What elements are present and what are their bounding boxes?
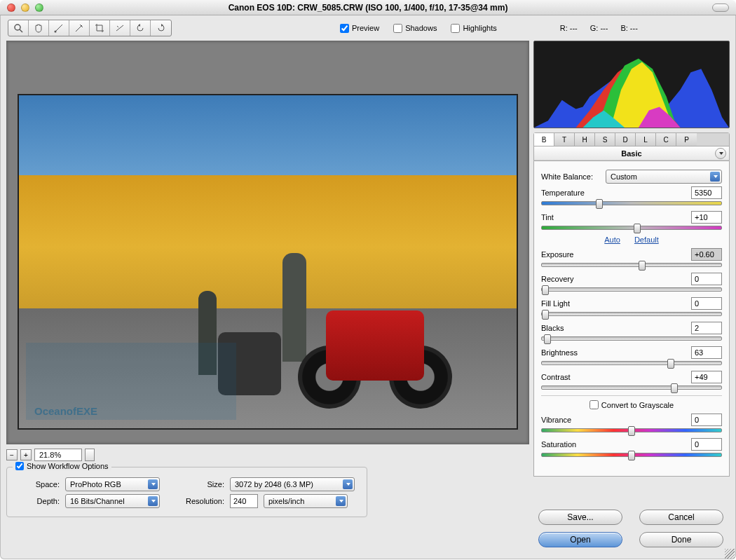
- tab-hsl[interactable]: H: [575, 133, 595, 146]
- brightness-label: Brightness: [541, 348, 578, 357]
- saturation-label: Saturation: [541, 440, 576, 449]
- recovery-slider[interactable]: [541, 287, 722, 292]
- contrast-label: Contrast: [541, 373, 571, 381]
- watermark-text: OceanofEXE: [34, 405, 97, 417]
- temperature-value[interactable]: [691, 186, 722, 199]
- contrast-value[interactable]: [691, 371, 722, 383]
- recovery-value[interactable]: [691, 273, 722, 285]
- highlights-checkbox[interactable]: Highlights: [451, 24, 496, 33]
- preview-checkbox[interactable]: Preview: [340, 24, 379, 33]
- readout-b: B: ---: [620, 24, 637, 32]
- shadows-checkbox-label: Shadows: [405, 24, 437, 32]
- white-balance-select[interactable]: Custom: [606, 170, 722, 184]
- image-preview-panel[interactable]: OceanofEXE: [6, 41, 529, 444]
- size-select[interactable]: 3072 by 2048 (6.3 MP): [230, 477, 355, 491]
- rgb-readout: R: --- G: --- B: ---: [560, 24, 638, 32]
- svg-line-1: [20, 29, 22, 32]
- white-balance-tool-button[interactable]: [49, 20, 69, 36]
- tint-value[interactable]: [691, 211, 722, 224]
- tint-slider[interactable]: [541, 226, 722, 230]
- recovery-label: Recovery: [541, 275, 573, 283]
- auto-link[interactable]: Auto: [604, 235, 620, 244]
- workflow-options-group: Show Workflow Options Space:ProPhoto RGB…: [6, 467, 367, 517]
- fill-light-slider[interactable]: [541, 312, 722, 316]
- tab-split-toning[interactable]: S: [595, 133, 615, 146]
- depth-select[interactable]: 16 Bits/Channel: [65, 494, 160, 508]
- convert-grayscale-checkbox[interactable]: Convert to Grayscale: [541, 400, 722, 409]
- preview-checkbox-label: Preview: [352, 24, 379, 32]
- adjustment-tabs: B T H S D L C P: [534, 133, 729, 146]
- space-select[interactable]: ProPhoto RGB: [65, 477, 160, 491]
- save-button[interactable]: Save...: [538, 510, 622, 525]
- tab-lens[interactable]: L: [636, 133, 656, 146]
- window-titlebar: Canon EOS 10D: CRW_5085.CRW (ISO 100, 1/…: [0, 0, 736, 15]
- zoom-in-button[interactable]: +: [20, 449, 32, 460]
- workflow-options-checkbox[interactable]: [15, 462, 24, 470]
- tab-tone-curve[interactable]: T: [554, 133, 575, 146]
- saturation-slider[interactable]: [541, 453, 722, 457]
- resolution-unit-select[interactable]: pixels/inch: [264, 494, 348, 508]
- default-link[interactable]: Default: [634, 235, 659, 244]
- space-label: Space:: [15, 480, 60, 489]
- highlights-checkbox-label: Highlights: [463, 24, 496, 32]
- fill-light-label: Fill Light: [541, 299, 570, 308]
- zoom-window-button[interactable]: [35, 4, 43, 12]
- svg-point-2: [55, 31, 57, 33]
- brightness-slider[interactable]: [541, 361, 722, 365]
- workflow-options-label: Show Workflow Options: [27, 462, 109, 470]
- done-button[interactable]: Done: [639, 532, 723, 547]
- blacks-value[interactable]: [691, 322, 722, 334]
- panel-title: Basic: [621, 149, 641, 158]
- vibrance-label: Vibrance: [541, 416, 571, 424]
- traffic-lights: [0, 4, 43, 12]
- histogram[interactable]: [533, 41, 730, 128]
- shadows-checkbox[interactable]: Shadows: [393, 24, 437, 33]
- close-window-button[interactable]: [7, 4, 15, 12]
- exposure-slider[interactable]: [541, 263, 722, 267]
- readout-r: R: ---: [560, 24, 578, 32]
- exposure-label: Exposure: [541, 250, 573, 259]
- white-balance-label: White Balance:: [541, 172, 601, 181]
- tab-basic[interactable]: B: [534, 133, 554, 146]
- tab-calibration[interactable]: C: [656, 133, 676, 146]
- readout-g: G: ---: [590, 24, 608, 32]
- size-label: Size:: [174, 480, 224, 489]
- saturation-value[interactable]: [691, 438, 722, 451]
- cancel-button[interactable]: Cancel: [639, 510, 723, 525]
- vibrance-slider[interactable]: [541, 428, 722, 432]
- vibrance-value[interactable]: [691, 414, 722, 426]
- convert-grayscale-label: Convert to Grayscale: [601, 401, 674, 409]
- panel-menu-button[interactable]: [715, 148, 726, 159]
- brightness-value[interactable]: [691, 346, 722, 359]
- tint-label: Tint: [541, 213, 554, 221]
- hand-tool-button[interactable]: [29, 20, 49, 36]
- toolbar-toggle-button[interactable]: [712, 4, 729, 12]
- blacks-slider[interactable]: [541, 336, 722, 341]
- zoom-stepper[interactable]: [85, 449, 95, 461]
- resolution-label: Resolution:: [174, 497, 224, 505]
- contrast-slider[interactable]: [541, 385, 722, 390]
- open-button[interactable]: Open: [538, 532, 622, 547]
- minimize-window-button[interactable]: [21, 4, 29, 12]
- zoom-out-button[interactable]: −: [6, 449, 18, 460]
- color-sampler-tool-button[interactable]: [69, 20, 90, 36]
- resize-grip[interactable]: [725, 549, 735, 559]
- tab-presets[interactable]: P: [676, 133, 697, 146]
- rotate-ccw-button[interactable]: [130, 20, 151, 36]
- straighten-tool-button[interactable]: [110, 20, 130, 36]
- svg-point-0: [15, 25, 20, 30]
- zoom-value-text: 21.8%: [39, 451, 61, 459]
- temperature-slider[interactable]: [541, 201, 722, 205]
- fill-light-value[interactable]: [691, 297, 722, 310]
- exposure-value[interactable]: [691, 248, 722, 261]
- tool-strip: [8, 20, 172, 36]
- tab-detail[interactable]: D: [615, 133, 636, 146]
- resolution-input[interactable]: [230, 494, 258, 508]
- rotate-cw-button[interactable]: [151, 20, 171, 36]
- crop-tool-button[interactable]: [90, 20, 110, 36]
- zoom-tool-button[interactable]: [8, 20, 29, 36]
- basic-panel: White Balance: Custom Temperature Tint A…: [533, 161, 730, 477]
- blacks-label: Blacks: [541, 324, 564, 332]
- zoom-value-field[interactable]: 21.8%: [34, 449, 82, 461]
- depth-label: Depth:: [15, 497, 60, 505]
